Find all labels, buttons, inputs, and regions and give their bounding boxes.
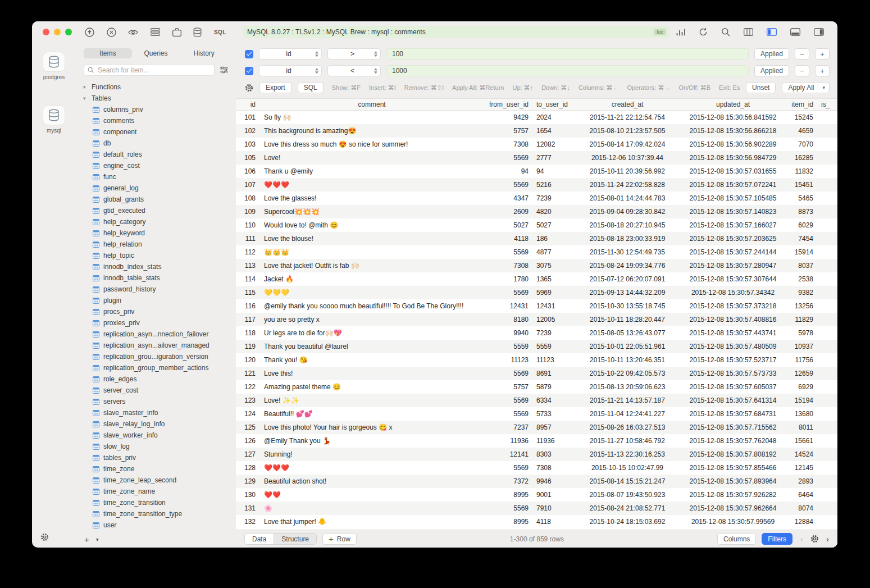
sidebar-table-item[interactable]: help_keyword (76, 227, 236, 239)
column-header-to-user-id[interactable]: to_user_id (532, 99, 574, 110)
toggle-left-panel-icon[interactable] (767, 28, 777, 36)
table-row[interactable]: 117 you are so pretty x 8180 12005 2015-… (236, 313, 837, 326)
connection-postgres[interactable]: postgres (43, 52, 65, 80)
sidebar-table-item[interactable]: gtid_executed (76, 205, 236, 216)
sidebar-table-item[interactable]: comments (76, 115, 236, 126)
table-row[interactable]: 114 Jacket 🔥 1780 1365 2015-07-12 06:20:… (236, 272, 837, 286)
eye-icon[interactable] (128, 29, 138, 36)
search-box[interactable] (84, 64, 215, 76)
table-row[interactable]: 126 @Emily Thank you 💃 11936 11936 2015-… (236, 434, 837, 448)
database-icon[interactable] (193, 28, 202, 37)
unset-button[interactable]: Unset (746, 82, 776, 93)
safe-mode-icon[interactable] (172, 28, 181, 37)
minimize-button[interactable] (54, 29, 61, 35)
add-item-chevron-icon[interactable]: ▾ (96, 536, 99, 543)
column-header-comment[interactable]: comment (259, 99, 484, 110)
tab-data[interactable]: Data (245, 534, 274, 544)
connection-mysql[interactable]: mysql (43, 105, 65, 134)
column-header-is[interactable]: is_ (818, 99, 837, 110)
table-row[interactable]: 121 Love this! 5569 8691 2015-10-22 09:4… (236, 367, 837, 380)
table-row[interactable]: 109 Supercool💥💥💥 2609 4820 2015-09-04 09… (236, 205, 837, 218)
columns-button[interactable]: Columns (717, 533, 756, 545)
table-row[interactable]: 116 @emily thank you soooo much beautifu… (236, 299, 837, 313)
sidebar-table-item[interactable]: server_cost (76, 385, 236, 396)
table-row[interactable]: 132 Love that jumper! 🐥 8995 4118 2015-1… (236, 515, 837, 528)
sidebar-table-item[interactable]: replication_asyn...ailover_managed (76, 340, 236, 351)
add-filter-button[interactable]: + (815, 48, 830, 60)
app-settings-gear-icon[interactable] (40, 533, 49, 541)
table-row[interactable]: 107 ❤️❤️❤️ 5569 5216 2015-11-24 22:02:58… (236, 178, 837, 192)
table-row[interactable]: 111 Love the blouse! 4118 186 2015-08-18… (236, 232, 837, 245)
apply-all-button[interactable]: Apply All ▾ (782, 82, 830, 93)
table-row[interactable]: 110 Would love to! @mith 😊 5027 5027 201… (236, 218, 837, 232)
table-row[interactable]: 129 Beautiful action shot! 7372 9946 201… (236, 475, 837, 488)
filter-column-select[interactable]: id (259, 48, 322, 60)
columns-width-icon[interactable] (744, 28, 753, 36)
sidebar-table-item[interactable]: default_roles (76, 149, 236, 160)
add-row-button[interactable]: + Row (322, 533, 357, 545)
sidebar-table-item[interactable]: user (76, 519, 236, 531)
sidebar-table-item[interactable]: db (76, 138, 236, 149)
sidebar-table-item[interactable]: slave_master_info (76, 407, 236, 418)
sidebar-table-item[interactable]: procs_priv (76, 306, 236, 317)
filter-value-input[interactable] (386, 48, 749, 60)
applied-button[interactable]: Applied (754, 48, 789, 60)
table-row[interactable]: 127 Stunning! 12141 8303 2015-11-13 22:3… (236, 448, 837, 461)
table-row[interactable]: 130 ❤️❤️ 8995 9001 2015-08-07 19:43:50.9… (236, 488, 837, 502)
tab-queries[interactable]: Queries (132, 48, 180, 58)
table-row[interactable]: 122 Amazing pastel theme 😊 5757 5879 201… (236, 380, 837, 394)
sidebar-table-item[interactable]: role_edges (76, 373, 236, 385)
sidebar-table-item[interactable]: proxies_priv (76, 317, 236, 329)
sidebar-table-item[interactable]: help_relation (76, 239, 236, 250)
table-row[interactable]: 120 Thank you! 😘 11123 11123 2015-10-11 … (236, 353, 837, 367)
table-row[interactable]: 124 Beautiful!! 💕💕 5569 5733 2015-11-04 … (236, 407, 837, 421)
sidebar-table-item[interactable]: func (76, 171, 236, 183)
filter-sliders-icon[interactable] (220, 66, 229, 74)
table-row[interactable]: 108 Love the glasses! 4347 7239 2015-08-… (236, 192, 837, 205)
filter-checkbox[interactable] (245, 67, 253, 75)
sidebar-table-item[interactable]: engine_cost (76, 160, 236, 171)
chart-icon[interactable] (676, 28, 685, 36)
filter-settings-gear-icon[interactable] (245, 84, 253, 92)
connect-icon[interactable] (85, 28, 94, 37)
column-header-item-id[interactable]: item_id (785, 99, 818, 110)
table-row[interactable]: 123 Love! ✨✨ 5569 6334 2015-11-21 14:13:… (236, 394, 837, 407)
column-header-created-at[interactable]: created_at (574, 99, 681, 110)
remove-filter-button[interactable]: − (795, 48, 809, 60)
export-button[interactable]: Export (259, 82, 291, 93)
sidebar-table-item[interactable]: help_category (76, 216, 236, 227)
sidebar-table-item[interactable]: replication_grou...iguration_version (76, 351, 236, 362)
refresh-icon[interactable] (699, 28, 708, 37)
sidebar-table-item[interactable]: component (76, 126, 236, 138)
sidebar-table-item[interactable]: time_zone (76, 463, 236, 475)
table-row[interactable]: 131 🌸 5569 7910 2015-08-24 21:08:52.771 … (236, 502, 837, 515)
filter-checkbox[interactable] (245, 50, 253, 58)
table-row[interactable]: 101 So fly 🙌🏻 9429 2024 2015-11-21 22:12… (236, 111, 837, 124)
sidebar-table-item[interactable]: slave_worker_info (76, 430, 236, 441)
applied-button[interactable]: Applied (754, 65, 789, 76)
close-button[interactable] (43, 29, 49, 35)
sidebar-table-item[interactable]: replication_group_member_actions (76, 362, 236, 373)
table-row[interactable]: 119 Thank you beautiful @laurel 5559 555… (236, 340, 837, 353)
add-filter-button[interactable]: + (815, 65, 830, 76)
tab-structure[interactable]: Structure (274, 534, 316, 544)
sidebar-table-item[interactable]: global_grants (76, 194, 236, 205)
filter-operator-select[interactable]: > (327, 48, 381, 60)
sidebar-table-item[interactable]: slow_log (76, 441, 236, 452)
table-settings-gear-icon[interactable] (810, 535, 819, 543)
sidebar-table-item[interactable]: slave_relay_log_info (76, 418, 236, 430)
sidebar-table-item[interactable]: general_log (76, 183, 236, 194)
column-header-id[interactable]: id (236, 99, 259, 110)
sidebar-table-item[interactable]: time_zone_leap_second (76, 475, 236, 486)
filter-operator-select[interactable]: < (327, 65, 381, 76)
zoom-button[interactable] (65, 29, 72, 35)
search-icon[interactable] (721, 28, 730, 37)
toggle-right-panel-icon[interactable] (814, 28, 824, 36)
filter-value-input[interactable] (386, 65, 749, 76)
tree-group-tables[interactable]: ▾ Tables (76, 93, 236, 104)
toggle-bottom-panel-icon[interactable] (790, 28, 800, 36)
sidebar-table-item[interactable]: replication_asyn...nnection_failover (76, 329, 236, 340)
sidebar-table-item[interactable]: password_history (76, 284, 236, 295)
table-row[interactable]: 112 👑👑👑 5569 4877 2015-11-30 12:54:49.73… (236, 245, 837, 259)
add-item-button[interactable]: + (84, 535, 89, 544)
